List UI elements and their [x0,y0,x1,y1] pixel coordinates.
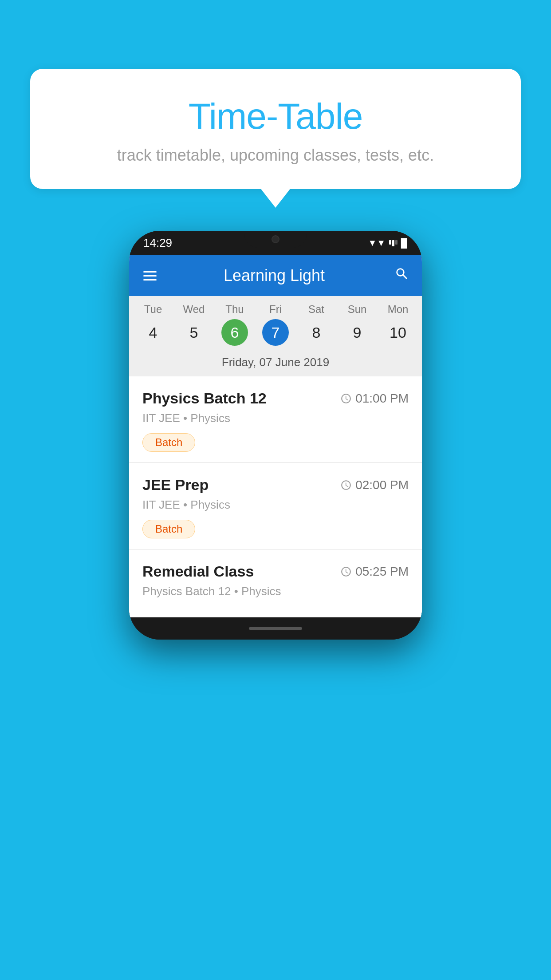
day-number-6: 6 [221,319,248,346]
day-number-7: 7 [262,319,289,346]
camera [272,235,279,243]
day-col-sun[interactable]: Sun 9 [338,303,376,346]
schedule-item-header-3: Remedial Class 05:25 PM [142,563,409,580]
schedule-list: Physics Batch 12 01:00 PM IIT JEE • Phys… [129,376,422,617]
battery-icon: ▉ [401,238,408,249]
schedule-item-time-3: 05:25 PM [340,565,409,579]
day-col-sat[interactable]: Sat 8 [298,303,335,346]
day-col-tue[interactable]: Tue 4 [134,303,172,346]
day-number-8: 8 [303,319,330,346]
status-bar: 14:29 ▼▼ ▉ [129,231,422,255]
day-label-sat: Sat [308,303,324,316]
page-subtitle: track timetable, upcoming classes, tests… [48,146,503,165]
clock-icon-2 [340,479,352,491]
day-number-4: 4 [140,319,166,346]
schedule-item-subtitle-3: Physics Batch 12 • Physics [142,585,409,598]
phone-frame: 14:29 ▼▼ ▉ [129,231,422,640]
day-label-mon: Mon [388,303,409,316]
batch-badge-1: Batch [142,433,195,452]
status-time: 14:29 [143,236,172,250]
phone-mockup: 14:29 ▼▼ ▉ [129,231,422,640]
search-icon[interactable] [394,266,409,285]
day-col-thu[interactable]: Thu 6 [216,303,254,346]
day-number-5: 5 [181,319,207,346]
speech-bubble-container: Time-Table track timetable, upcoming cla… [30,69,521,189]
schedule-item-subtitle-1: IIT JEE • Physics [142,411,409,425]
speech-bubble: Time-Table track timetable, upcoming cla… [30,69,521,189]
notch [244,231,307,248]
wifi-icon: ▼▼ [368,238,386,248]
schedule-item-time-1: 01:00 PM [340,391,409,406]
schedule-item-time-2: 02:00 PM [340,478,409,492]
day-number-9: 9 [344,319,370,346]
day-label-fri: Fri [269,303,282,316]
clock-icon-3 [340,566,352,577]
menu-icon[interactable] [142,269,158,282]
clock-icon-1 [340,393,352,404]
schedule-item-3[interactable]: Remedial Class 05:25 PM Physics Batch 12… [129,549,422,617]
app-bar: Learning Light [129,255,422,296]
schedule-item-title-3: Remedial Class [142,563,254,580]
day-col-mon[interactable]: Mon 10 [379,303,417,346]
day-label-thu: Thu [225,303,244,316]
schedule-item-subtitle-2: IIT JEE • Physics [142,498,409,512]
day-label-sun: Sun [348,303,367,316]
app-screen: Learning Light Tue 4 Wed [129,255,422,617]
day-label-wed: Wed [183,303,205,316]
schedule-item-2[interactable]: JEE Prep 02:00 PM IIT JEE • Physics Batc… [129,463,422,549]
day-col-fri[interactable]: Fri 7 [257,303,295,346]
schedule-item-header-1: Physics Batch 12 01:00 PM [142,390,409,407]
day-number-10: 10 [385,319,411,346]
batch-badge-2: Batch [142,520,195,538]
status-icons: ▼▼ ▉ [368,238,408,249]
schedule-item-1[interactable]: Physics Batch 12 01:00 PM IIT JEE • Phys… [129,376,422,463]
days-row: Tue 4 Wed 5 Thu 6 Fri [129,303,422,346]
page-title: Time-Table [48,95,503,137]
schedule-item-header-2: JEE Prep 02:00 PM [142,476,409,494]
calendar-section: Tue 4 Wed 5 Thu 6 Fri [129,296,422,376]
selected-date-label: Friday, 07 June 2019 [129,350,422,376]
schedule-item-title-2: JEE Prep [142,476,209,494]
day-col-wed[interactable]: Wed 5 [175,303,213,346]
home-indicator [249,627,302,630]
phone-bottom-bar [129,617,422,640]
signal-icon [389,240,398,246]
day-label-tue: Tue [144,303,162,316]
app-title: Learning Light [169,266,379,285]
schedule-item-title-1: Physics Batch 12 [142,390,267,407]
